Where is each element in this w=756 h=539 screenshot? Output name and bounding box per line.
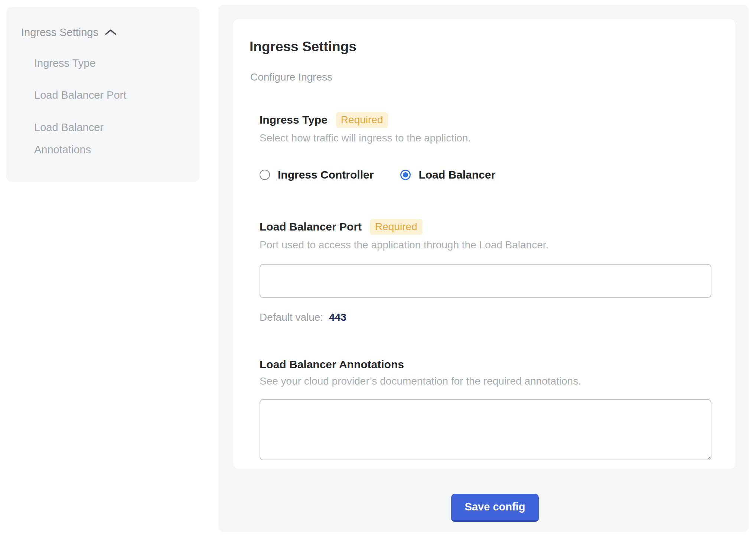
ingress-type-radio-group: Ingress Controller Load Balancer <box>260 169 711 181</box>
sidebar-group-ingress-settings[interactable]: Ingress Settings <box>21 26 185 39</box>
default-value-label: Default value: <box>260 311 323 323</box>
sidebar-item-ingress-type[interactable]: Ingress Type <box>34 56 146 70</box>
radio-option-ingress-controller[interactable]: Ingress Controller <box>260 169 374 181</box>
sidebar-group-label: Ingress Settings <box>21 26 98 39</box>
load-balancer-annotations-textarea[interactable] <box>260 399 711 460</box>
section-ingress-type: Ingress Type Required Select how traffic… <box>260 112 711 181</box>
radio-label-ingress-controller[interactable]: Ingress Controller <box>278 169 374 181</box>
radio-option-load-balancer[interactable]: Load Balancer <box>400 169 495 181</box>
page: Ingress Settings Ingress Type Load Balan… <box>0 0 756 539</box>
section-load-balancer-annotations: Load Balancer Annotations See your cloud… <box>260 358 711 460</box>
page-title: Ingress Settings <box>250 39 735 55</box>
section-load-balancer-port: Load Balancer Port Required Port used to… <box>260 219 711 323</box>
default-value-line: Default value: 443 <box>260 311 711 323</box>
page-subtitle: Configure Ingress <box>250 71 735 83</box>
default-value: 443 <box>329 311 346 323</box>
required-badge: Required <box>336 112 388 128</box>
radio-selected-icon[interactable] <box>400 170 411 180</box>
radio-unselected-icon[interactable] <box>260 170 270 180</box>
radio-dot <box>403 172 408 177</box>
ingress-type-description: Select how traffic will ingress to the a… <box>260 132 711 144</box>
main-panel: Ingress Settings Configure Ingress Ingre… <box>218 5 749 532</box>
load-balancer-port-label: Load Balancer Port <box>260 220 362 233</box>
load-balancer-annotations-description: See your cloud provider’s documentation … <box>260 375 711 387</box>
radio-label-load-balancer[interactable]: Load Balancer <box>418 169 495 181</box>
load-balancer-port-input[interactable] <box>260 264 711 298</box>
ingress-type-label: Ingress Type <box>260 114 328 126</box>
required-badge: Required <box>370 219 423 235</box>
load-balancer-port-description: Port used to access the application thro… <box>260 239 711 251</box>
sidebar-item-load-balancer-annotations[interactable]: Load Balancer Annotations <box>34 116 146 161</box>
load-balancer-annotations-label: Load Balancer Annotations <box>260 358 404 371</box>
chevron-up-icon[interactable] <box>104 28 117 36</box>
settings-sidebar: Ingress Settings Ingress Type Load Balan… <box>6 7 199 182</box>
sidebar-item-load-balancer-port[interactable]: Load Balancer Port <box>34 88 146 102</box>
save-config-button[interactable]: Save config <box>451 494 539 522</box>
ingress-settings-card: Ingress Settings Configure Ingress Ingre… <box>233 19 735 469</box>
